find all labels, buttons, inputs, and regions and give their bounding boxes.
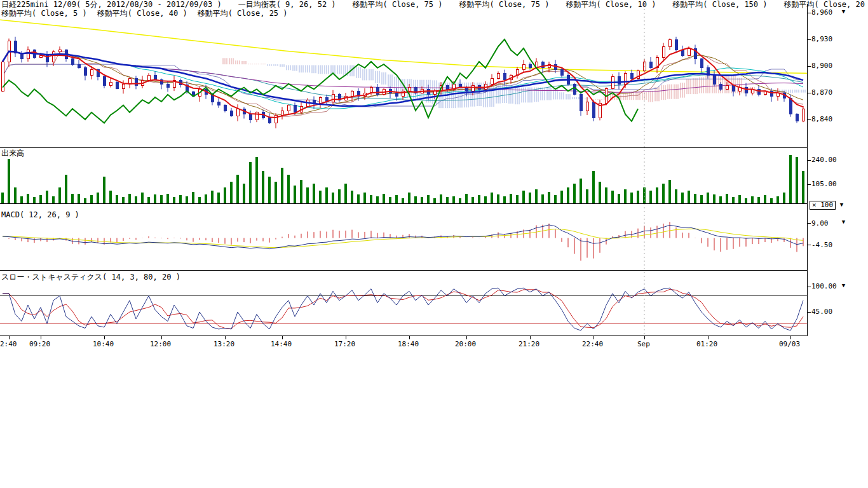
price-axis-label: 8,870 xyxy=(811,89,832,97)
stoch-pane-label: スロー・ストキャスティクス( 14, 3, 80, 20 ) xyxy=(1,273,180,281)
macd-axis-label: 9.00 xyxy=(811,220,829,227)
time-axis-label: 21:20 xyxy=(519,341,539,348)
indicator-label: 移動平均( Close, 25 ) xyxy=(198,10,288,18)
time-axis-label: 12:00 xyxy=(150,341,171,348)
time-axis-label: 22:40 xyxy=(582,341,603,348)
volume-pane-label: 出来高 xyxy=(1,149,24,158)
time-axis-label: 10:40 xyxy=(93,341,114,348)
stoch-pane-scroll-arrow-icon[interactable]: ▼ xyxy=(839,282,848,289)
indicator-label: 日経225mini 12/09( 5分, 2012/08/30 - 2012/0… xyxy=(1,1,222,9)
macd-pane-label: MACD( 12, 26, 9 ) xyxy=(1,211,79,219)
stoch-axis-label: 45.00 xyxy=(811,308,832,316)
price-axis-label: 8,930 xyxy=(811,36,832,43)
macd-axis-label: -4.50 xyxy=(811,241,832,249)
chart-canvas[interactable] xyxy=(0,0,868,356)
indicator-header-row-2: 移動平均( Close, 5 )移動平均( Close, 40 )移動平均( C… xyxy=(1,10,288,18)
time-axis-label: 09:20 xyxy=(29,341,50,348)
indicator-label: 移動平均( Close, 75 ) xyxy=(459,1,550,9)
time-axis-label: 09/03 xyxy=(779,341,800,348)
price-axis-label: 8,900 xyxy=(811,62,832,70)
indicator-label: 移動平均( Close, 150 ) xyxy=(672,1,767,9)
indicator-label: 移動平均( Close, 75 ) xyxy=(353,1,443,9)
indicator-label: 移動平均( Close, 10 ) xyxy=(566,1,656,9)
time-axis-label: Sep xyxy=(637,341,650,348)
indicator-label: 移動平均( Close, 5 ) xyxy=(1,10,87,18)
time-axis-label: 14:40 xyxy=(271,341,292,348)
volume-axis-label: 105.00 xyxy=(811,180,837,188)
price-axis-label: 8,960 xyxy=(811,9,832,17)
indicator-label: 移動平均( Close, 40 ) xyxy=(97,10,187,18)
price-axis-label: 8,840 xyxy=(811,116,832,123)
indicator-header-row-1: 日経225mini 12/09( 5分, 2012/08/30 - 2012/0… xyxy=(1,1,868,9)
stoch-axis-label: 100.00 xyxy=(811,283,837,290)
time-axis-label: 13:20 xyxy=(214,341,234,348)
volume-multiplier-box: × 100 xyxy=(810,201,836,210)
chart-application-window: 日経225mini 12/09( 5分, 2012/08/30 - 2012/0… xyxy=(0,0,868,488)
time-axis-label: 01:20 xyxy=(696,341,717,348)
volume-pane-scroll-arrow-icon[interactable]: ▼ xyxy=(837,201,846,208)
time-axis-label: 17:20 xyxy=(334,341,355,348)
volume-axis-label: 240.00 xyxy=(811,156,837,164)
price-pane-scroll-arrow-icon[interactable]: ▼ xyxy=(839,8,848,15)
indicator-label: 一目均衡表( 9, 26, 52 ) xyxy=(238,1,336,9)
time-axis-label: 18:40 xyxy=(398,341,419,348)
time-axis-label: 20:00 xyxy=(455,341,476,348)
macd-pane-scroll-arrow-icon[interactable]: ▼ xyxy=(839,219,848,226)
time-axis-label: 2:40 xyxy=(0,341,17,348)
